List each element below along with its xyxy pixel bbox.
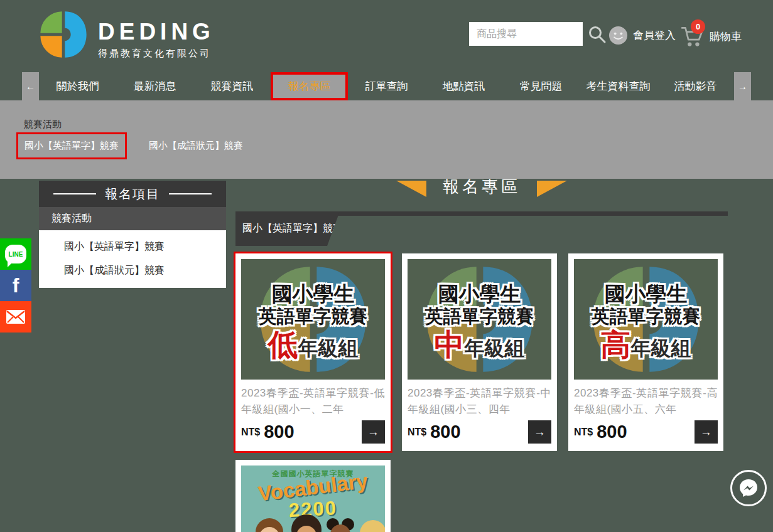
line-icon: LINE <box>5 245 26 263</box>
search-icon <box>588 25 607 44</box>
search-input[interactable] <box>469 22 583 46</box>
price-value: 800 <box>597 422 627 442</box>
brand-name: DEDING <box>98 20 215 43</box>
product-image: 國小學生 英語單字競賽 中 年級組 <box>408 259 551 380</box>
price-currency: NT$ <box>241 427 260 438</box>
nav-prev-arrow-button[interactable]: ← <box>22 72 39 100</box>
product-image: 國小學生 英語單字競賽 低 年級組 <box>241 259 385 380</box>
nav-item-registration[interactable]: 報名專區 <box>271 72 348 100</box>
nav-next-arrow-button[interactable]: → <box>734 72 751 100</box>
search-button[interactable] <box>588 25 607 44</box>
dropdown-heading: 競賽活動 <box>24 119 62 130</box>
nav-item-contest-info[interactable]: 競賽資訊 <box>193 72 271 100</box>
product-card-low-grade[interactable]: 國小學生 英語單字競賽 低 年級組 2023春季盃-英語單字競賽-低年級組(國小… <box>235 253 391 451</box>
page: DEDING 得鼎教育文化有限公司 會員登入 <box>0 0 773 532</box>
brand-subtitle: 得鼎教育文化有限公司 <box>98 48 215 60</box>
product-image-title-line2: 英語單字競賽 <box>259 306 368 327</box>
cart-button[interactable]: 0 購物車 <box>679 25 742 48</box>
nav-dropdown-panel: 競賽活動 國小【英語單字】競賽 國小【成語狀元】競賽 <box>0 100 773 179</box>
product-image-title-line2: 英語單字競賽 <box>425 306 534 327</box>
line-share-button[interactable]: LINE <box>0 238 31 270</box>
product-image-title-line1: 國小學生 <box>438 283 521 306</box>
site-logo[interactable]: DEDING 得鼎教育文化有限公司 <box>39 10 215 60</box>
messenger-icon <box>737 477 760 499</box>
cart-count-badge: 0 <box>691 19 705 34</box>
nav-item-location[interactable]: 地點資訊 <box>425 72 502 100</box>
product-card-vocabulary-2200[interactable]: 全國國小英語單字競賽 Vocabulary 2200 <box>235 460 391 532</box>
nav-item-faq[interactable]: 常見問題 <box>502 72 580 100</box>
product-detail-arrow-button[interactable]: → <box>695 420 718 444</box>
product-image-title-line1: 國小學生 <box>272 283 355 306</box>
title-ribbon-left-icon <box>396 181 426 197</box>
product-level-char: 中 <box>435 332 465 358</box>
product-level-char: 低 <box>268 332 298 358</box>
title-ribbon-right-icon <box>537 181 567 197</box>
product-level-suffix: 年級組 <box>631 338 691 358</box>
price-currency: NT$ <box>574 427 593 438</box>
member-login-label: 會員登入 <box>633 28 676 43</box>
product-grid: 國小學生 英語單字競賽 低 年級組 2023春季盃-英語單字競賽-低年級組(國小… <box>235 253 723 451</box>
product-image: 國小學生 英語單字競賽 高 年級組 <box>574 259 718 380</box>
product-image-title-line2: 英語單字競賽 <box>592 306 701 327</box>
nav-item-about[interactable]: 關於我們 <box>39 72 116 100</box>
messenger-chat-button[interactable] <box>730 470 767 506</box>
left-arrow-icon: ← <box>26 81 35 92</box>
product-image-title-line1: 國小學生 <box>605 283 688 306</box>
dropdown-item-english-vocab[interactable]: 國小【英語單字】競賽 <box>16 132 127 159</box>
nav-item-examinee-data[interactable]: 考生資料查詢 <box>580 72 657 100</box>
cart-label: 購物車 <box>710 29 742 44</box>
book-cover-image: 全國國小英語單字競賽 Vocabulary 2200 <box>241 466 385 532</box>
page-title-row: 報名專區 <box>235 179 728 198</box>
email-share-button[interactable] <box>0 301 31 332</box>
section-title: 國小【英語單字】競賽 <box>242 222 343 235</box>
arrow-right-icon: → <box>534 425 546 439</box>
right-arrow-icon: → <box>738 81 747 92</box>
main-nav: ← 關於我們 最新消息 競賽資訊 報名專區 訂單查詢 地點資訊 常見問題 考生資… <box>0 72 773 100</box>
product-level-char: 高 <box>601 332 631 358</box>
deding-logo-icon <box>39 10 88 59</box>
product-card-mid-grade[interactable]: 國小學生 英語單字競賽 中 年級組 2023春季盃-英語單字競賽-中年級組(國小… <box>402 253 557 451</box>
product-detail-arrow-button[interactable]: → <box>528 420 551 444</box>
sidebar-category-contest[interactable]: 競賽活動 <box>39 207 226 230</box>
email-icon <box>6 309 26 324</box>
product-card-high-grade[interactable]: 國小學生 英語單字競賽 高 年級組 2023春季盃-英語單字競賽-高年級組(國小… <box>568 253 723 451</box>
facebook-share-button[interactable]: f <box>0 270 31 301</box>
book-cover-children-photo <box>241 511 385 532</box>
product-description: 2023春季盃-英語單字競賽-高年級組(國小五、六年 <box>574 385 718 418</box>
nav-item-order-inquiry[interactable]: 訂單查詢 <box>348 72 425 100</box>
section-title-tab: 國小【英語單字】競賽 <box>235 211 340 246</box>
dropdown-item-idiom[interactable]: 國小【成語狀元】競賽 <box>149 140 243 152</box>
page-title: 報名專區 <box>443 176 521 198</box>
arrow-right-icon: → <box>367 425 379 439</box>
product-detail-arrow-button[interactable]: → <box>362 420 385 444</box>
product-level-suffix: 年級組 <box>465 338 525 358</box>
arrow-right-icon: → <box>700 425 712 439</box>
price-value: 800 <box>264 422 294 442</box>
price-currency: NT$ <box>408 427 426 438</box>
member-login-button[interactable]: 會員登入 <box>608 26 676 45</box>
sidebar-item-english-vocab[interactable]: 國小【英語單字】競賽 <box>39 235 226 258</box>
product-level-suffix: 年級組 <box>298 338 359 358</box>
section-header: 國小【英語單字】競賽 <box>235 211 728 246</box>
nav-item-videos[interactable]: 活動影音 <box>657 72 734 100</box>
member-avatar-icon <box>608 26 628 45</box>
sidebar: 報名項目 競賽活動 國小【英語單字】競賽 國小【成語狀元】競賽 <box>39 181 226 288</box>
sidebar-item-idiom[interactable]: 國小【成語狀元】競賽 <box>39 258 226 282</box>
price-value: 800 <box>430 422 460 442</box>
product-description: 2023春季盃-英語單字競賽-低年級組(國小一、二年 <box>241 385 385 418</box>
facebook-icon: f <box>13 275 19 295</box>
nav-item-news[interactable]: 最新消息 <box>116 72 193 100</box>
social-rail: LINE f <box>0 238 31 332</box>
product-description: 2023春季盃-英語單字競賽-中年級組(國小三、四年 <box>408 385 551 418</box>
sidebar-title: 報名項目 <box>39 181 226 207</box>
